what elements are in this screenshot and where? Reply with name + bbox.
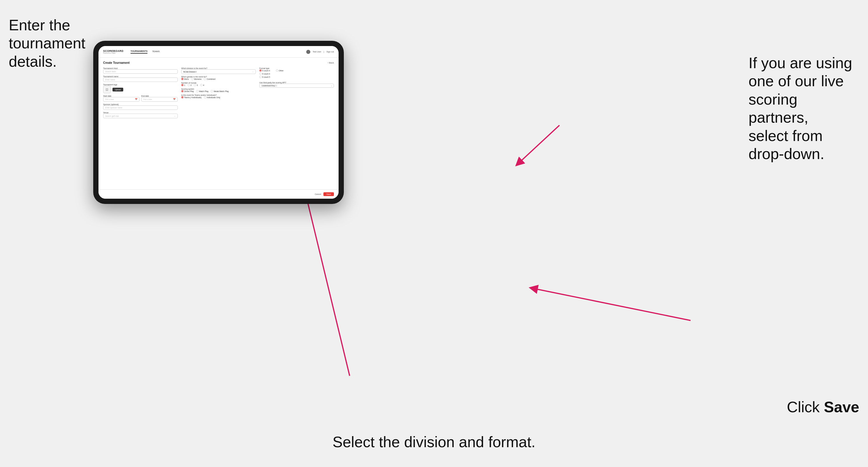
radio-womens[interactable]: Womens bbox=[191, 78, 202, 80]
label-combined: Combined bbox=[207, 78, 215, 80]
image-icon: 🖼 bbox=[105, 88, 108, 91]
radio-6count5[interactable]: 6 count 5 bbox=[259, 76, 270, 78]
event-type-radio-group: Teams (+Individuals) Individuals Only bbox=[181, 96, 256, 98]
input-end-date[interactable]: Pick a date 📅 bbox=[141, 97, 178, 102]
radio-round-2[interactable]: 2 bbox=[188, 84, 192, 86]
annotation-text-bottom: Select the division and format. bbox=[333, 434, 535, 450]
radio-match-play[interactable]: Match Play bbox=[196, 90, 208, 92]
calendar-icon: 📅 bbox=[135, 98, 137, 100]
input-start-date[interactable]: Pick a date 📅 bbox=[103, 97, 140, 102]
radio-dot-r4 bbox=[200, 84, 203, 86]
label-tournament-logo: Tournament logo bbox=[103, 84, 178, 86]
radio-dot-r3 bbox=[194, 84, 196, 86]
radio-round-3[interactable]: 3 bbox=[194, 84, 198, 86]
field-division: Which division is the event for? NCAA Di… bbox=[181, 67, 256, 74]
radio-5count4[interactable]: 5 count 4 bbox=[259, 69, 270, 72]
input-tournament-name[interactable]: Enter name bbox=[103, 77, 178, 82]
tag-remove[interactable]: × bbox=[275, 85, 277, 87]
label-womens: Womens bbox=[194, 78, 202, 80]
input-live-scoring[interactable]: Leaderboard King × ⌄ bbox=[259, 84, 334, 88]
field-end-date: End date Pick a date 📅 bbox=[141, 95, 178, 102]
placeholder-end-date: Pick a date bbox=[143, 98, 152, 100]
annotation-text-right: If you are using one of our live scoring… bbox=[748, 55, 852, 162]
format-row: 5 count 4 6 count 4 6 count 5 bbox=[259, 69, 334, 78]
nav-tournaments[interactable]: TOURNAMENTS bbox=[130, 50, 148, 54]
field-tournament-host: Tournament Host Search team bbox=[103, 67, 178, 74]
radio-medal-match-play[interactable]: Medal Match Play bbox=[211, 90, 229, 92]
field-sponsor: Sponsor (optional) Enter sponsor name bbox=[103, 103, 178, 110]
label-round-4: 4 bbox=[203, 84, 204, 86]
scoring-radio-group: Stroke Play Match Play Medal Match Play bbox=[181, 90, 256, 92]
division-dropdown-icon: ⌄ bbox=[252, 70, 254, 73]
form-section-left: Tournament Host Search team Tournament n… bbox=[103, 67, 178, 118]
date-row: Start date Pick a date 📅 End date Pick a… bbox=[103, 95, 178, 102]
input-search-team[interactable]: Search team bbox=[103, 69, 178, 74]
radio-dot-combined bbox=[204, 78, 206, 80]
field-gender: Which gender is the event for? Mens Wome… bbox=[181, 76, 256, 80]
nav-teams[interactable]: TEAMS bbox=[152, 50, 160, 53]
svg-line-1 bbox=[519, 125, 559, 163]
label-mens: Mens bbox=[184, 78, 189, 80]
gender-radio-group: Mens Womens Combined bbox=[181, 78, 256, 80]
radio-6count4[interactable]: 6 count 4 bbox=[259, 72, 270, 75]
upload-button[interactable]: Upload bbox=[113, 88, 123, 91]
label-scoring-system: Scoring system bbox=[181, 88, 256, 90]
label-round-1: 1 bbox=[184, 84, 185, 86]
field-tournament-logo: Tournament logo 🖼 Upload bbox=[103, 84, 178, 93]
tag-value: Leaderboard King bbox=[262, 85, 275, 87]
nav-right: Test User | Sign out bbox=[306, 50, 334, 54]
tablet-frame: SCOREBOARD Powered by Clippd TOURNAMENTS… bbox=[93, 41, 344, 204]
radio-teams[interactable]: Teams (+Individuals) bbox=[181, 96, 202, 98]
user-name: Test User bbox=[313, 51, 321, 53]
logo-placeholder: 🖼 bbox=[103, 86, 111, 93]
radio-stroke-play[interactable]: Stroke Play bbox=[181, 90, 194, 92]
radio-dot-5count4 bbox=[259, 69, 262, 72]
annotation-division-format: Select the division and format. bbox=[333, 433, 535, 451]
radio-combined[interactable]: Combined bbox=[204, 78, 215, 80]
logo-sub: Powered by Clippd bbox=[103, 53, 124, 54]
label-teams: Teams (+Individuals) bbox=[184, 96, 202, 98]
cancel-button[interactable]: Cancel bbox=[315, 193, 321, 195]
radio-mens[interactable]: Mens bbox=[181, 78, 189, 80]
page-title: Create Tournament bbox=[103, 61, 130, 64]
placeholder-start-date: Pick a date bbox=[105, 98, 114, 100]
field-start-date: Start date Pick a date 📅 bbox=[103, 95, 140, 102]
back-link[interactable]: ‹ Back bbox=[328, 61, 334, 64]
format-radio-group: 5 count 4 6 count 4 6 count 5 bbox=[259, 69, 270, 78]
tablet-screen: SCOREBOARD Powered by Clippd TOURNAMENTS… bbox=[98, 46, 339, 199]
save-button[interactable]: Save bbox=[323, 192, 334, 196]
calendar-icon-end: 📅 bbox=[173, 98, 176, 100]
label-event-type: Is this event for Teams and/or Individua… bbox=[181, 94, 256, 96]
sign-out-link[interactable]: Sign out bbox=[326, 51, 334, 53]
svg-line-2 bbox=[306, 195, 350, 376]
form-grid: Tournament Host Search team Tournament n… bbox=[103, 67, 334, 118]
input-venue[interactable]: Search golf club ⌄ bbox=[103, 114, 178, 118]
field-dates: Start date Pick a date 📅 End date Pick a… bbox=[103, 95, 178, 102]
label-6count4: 6 count 4 bbox=[262, 73, 270, 75]
field-live-scoring: Use third-party live scoring API? Leader… bbox=[259, 82, 334, 88]
other-radio-col: Other bbox=[276, 69, 283, 72]
radio-other[interactable]: Other bbox=[276, 69, 283, 72]
radio-dot-match bbox=[196, 90, 198, 92]
field-event-type: Is this event for Teams and/or Individua… bbox=[181, 94, 256, 98]
radio-dot-other bbox=[276, 69, 278, 72]
placeholder-venue: Search golf club bbox=[105, 115, 119, 117]
radio-round-4[interactable]: 4 bbox=[200, 84, 204, 86]
label-other: Other bbox=[279, 70, 283, 72]
label-division: Which division is the event for? bbox=[181, 67, 256, 69]
annotation-live-scoring: If you are using one of our live scoring… bbox=[748, 54, 859, 163]
radio-dot-individuals bbox=[204, 96, 206, 98]
annotation-text: Enter the tournament details. bbox=[9, 17, 85, 70]
field-format-type: Format type 5 count 4 6 count 4 bbox=[259, 67, 334, 78]
field-venue: Venue Search golf club ⌄ bbox=[103, 112, 178, 118]
placeholder-sponsor: Enter sponsor name bbox=[105, 106, 122, 109]
input-sponsor[interactable]: Enter sponsor name bbox=[103, 105, 178, 110]
label-round-2: 2 bbox=[191, 84, 192, 86]
radio-individuals-only[interactable]: Individuals Only bbox=[204, 96, 220, 98]
radio-round-1[interactable]: 1 bbox=[181, 84, 185, 86]
label-live-scoring: Use third-party live scoring API? bbox=[259, 82, 334, 84]
label-stroke-play: Stroke Play bbox=[184, 90, 194, 92]
logo-area: SCOREBOARD Powered by Clippd bbox=[103, 50, 124, 54]
input-division[interactable]: NCAA Division I ⌄ bbox=[181, 69, 256, 74]
label-6count5: 6 count 5 bbox=[262, 76, 270, 78]
